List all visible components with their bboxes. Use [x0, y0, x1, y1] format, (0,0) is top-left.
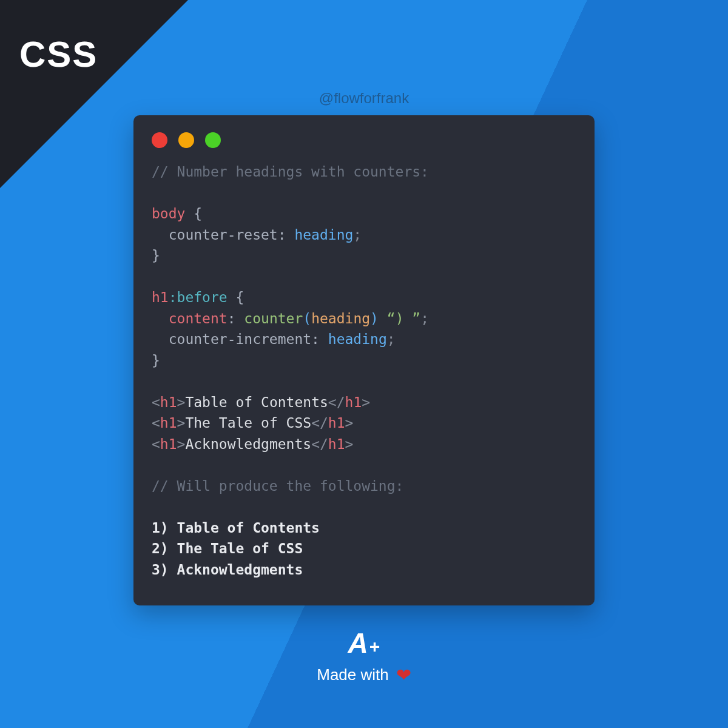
- code-string: “) ”: [379, 311, 420, 326]
- code-window: // Number headings with counters: body {…: [133, 115, 595, 605]
- code-html-text: Table of Contents: [185, 394, 328, 410]
- code-block: // Number headings with counters: body {…: [152, 161, 576, 580]
- code-comment: // Will produce the following:: [152, 478, 403, 494]
- code-function: counter: [244, 311, 303, 326]
- code-html-text: The Tale of CSS: [185, 415, 311, 431]
- traffic-lights: [152, 132, 576, 148]
- code-property: content: [169, 311, 228, 326]
- code-value: heading: [294, 227, 353, 243]
- code-output-line: 1) Table of Contents: [152, 520, 320, 536]
- code-html-text: Acknowledgments: [185, 436, 311, 452]
- code-property: counter-reset: [169, 227, 278, 243]
- logo-plus-icon: +: [369, 636, 380, 657]
- minimize-icon: [178, 132, 194, 148]
- author-handle: @flowforfrank: [319, 90, 409, 107]
- code-output-line: 3) Acknowledgments: [152, 562, 303, 578]
- maximize-icon: [205, 132, 221, 148]
- footer: A+ Made with ❤: [317, 627, 411, 686]
- code-comment: // Number headings with counters:: [152, 164, 429, 180]
- logo: A+: [348, 627, 380, 659]
- code-selector: h1: [152, 289, 169, 305]
- code-selector: body: [152, 206, 185, 221]
- corner-label: CSS: [19, 33, 98, 75]
- made-with-text: Made with: [317, 666, 389, 684]
- code-tag: h1: [160, 394, 177, 410]
- code-pseudo: :before: [169, 289, 228, 305]
- logo-letter: A: [348, 627, 368, 659]
- code-value: heading: [328, 331, 387, 347]
- code-output-line: 2) The Tale of CSS: [152, 541, 303, 556]
- code-property: counter-increment: [169, 331, 311, 347]
- code-argument: heading: [311, 311, 370, 326]
- heart-icon: ❤: [396, 664, 411, 686]
- close-icon: [152, 132, 167, 148]
- made-with-label: Made with ❤: [317, 664, 411, 686]
